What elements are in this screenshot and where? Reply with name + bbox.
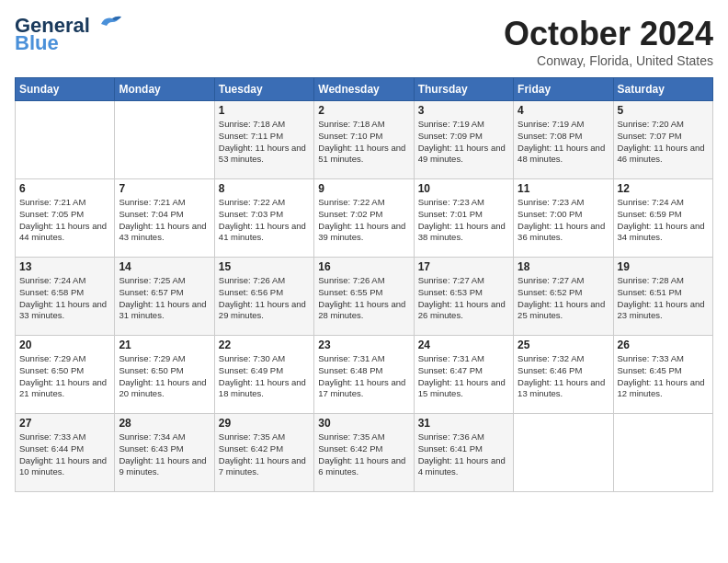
calendar-cell: 16Sunrise: 7:26 AM Sunset: 6:55 PM Dayli… (314, 258, 414, 336)
calendar-cell: 8Sunrise: 7:22 AM Sunset: 7:03 PM Daylig… (214, 179, 313, 258)
calendar-cell: 21Sunrise: 7:29 AM Sunset: 6:50 PM Dayli… (115, 336, 214, 414)
day-number: 7 (119, 182, 210, 195)
calendar-cell (115, 101, 214, 179)
calendar-cell: 14Sunrise: 7:25 AM Sunset: 6:57 PM Dayli… (115, 258, 214, 336)
day-number: 25 (518, 339, 609, 351)
month-title: October 2024 (504, 15, 713, 53)
calendar-cell: 10Sunrise: 7:23 AM Sunset: 7:01 PM Dayli… (414, 179, 513, 258)
day-content: Sunrise: 7:35 AM Sunset: 6:42 PM Dayligh… (318, 431, 409, 478)
day-number: 28 (119, 417, 210, 430)
calendar-cell: 30Sunrise: 7:35 AM Sunset: 6:42 PM Dayli… (314, 414, 414, 492)
column-header-tuesday: Tuesday (214, 78, 313, 101)
calendar-cell: 3Sunrise: 7:19 AM Sunset: 7:09 PM Daylig… (414, 101, 513, 179)
day-content: Sunrise: 7:22 AM Sunset: 7:03 PM Dayligh… (219, 197, 310, 244)
day-content: Sunrise: 7:32 AM Sunset: 6:46 PM Dayligh… (518, 353, 609, 400)
column-header-wednesday: Wednesday (314, 78, 414, 101)
location: Conway, Florida, United States (504, 53, 713, 68)
day-content: Sunrise: 7:24 AM Sunset: 6:59 PM Dayligh… (618, 197, 709, 244)
day-content: Sunrise: 7:31 AM Sunset: 6:48 PM Dayligh… (318, 353, 409, 400)
calendar-cell: 12Sunrise: 7:24 AM Sunset: 6:59 PM Dayli… (613, 179, 712, 258)
day-content: Sunrise: 7:29 AM Sunset: 6:50 PM Dayligh… (119, 353, 210, 400)
calendar-cell: 25Sunrise: 7:32 AM Sunset: 6:46 PM Dayli… (514, 336, 613, 414)
calendar-cell: 11Sunrise: 7:23 AM Sunset: 7:00 PM Dayli… (514, 179, 613, 258)
calendar-cell: 26Sunrise: 7:33 AM Sunset: 6:45 PM Dayli… (613, 336, 712, 414)
calendar-cell: 1Sunrise: 7:18 AM Sunset: 7:11 PM Daylig… (214, 101, 313, 179)
day-number: 10 (418, 182, 509, 195)
title-block: October 2024 Conway, Florida, United Sta… (504, 15, 713, 68)
day-number: 30 (318, 417, 409, 430)
calendar-cell: 22Sunrise: 7:30 AM Sunset: 6:49 PM Dayli… (214, 336, 313, 414)
day-content: Sunrise: 7:30 AM Sunset: 6:49 PM Dayligh… (219, 353, 310, 400)
day-number: 17 (418, 260, 509, 273)
logo: General Blue (15, 15, 123, 55)
calendar-week-row: 13Sunrise: 7:24 AM Sunset: 6:58 PM Dayli… (16, 258, 713, 336)
calendar-week-row: 27Sunrise: 7:33 AM Sunset: 6:44 PM Dayli… (16, 414, 713, 492)
calendar-cell: 20Sunrise: 7:29 AM Sunset: 6:50 PM Dayli… (16, 336, 115, 414)
calendar-cell: 13Sunrise: 7:24 AM Sunset: 6:58 PM Dayli… (16, 258, 115, 336)
day-content: Sunrise: 7:26 AM Sunset: 6:56 PM Dayligh… (219, 275, 310, 322)
calendar-cell: 27Sunrise: 7:33 AM Sunset: 6:44 PM Dayli… (16, 414, 115, 492)
column-header-friday: Friday (514, 78, 613, 101)
day-content: Sunrise: 7:35 AM Sunset: 6:42 PM Dayligh… (219, 431, 310, 478)
day-number: 14 (119, 260, 210, 273)
day-number: 11 (518, 182, 609, 195)
day-number: 31 (418, 417, 509, 430)
calendar-cell: 17Sunrise: 7:27 AM Sunset: 6:53 PM Dayli… (414, 258, 513, 336)
day-number: 23 (318, 339, 409, 351)
day-number: 27 (19, 417, 110, 430)
column-header-sunday: Sunday (16, 78, 115, 101)
calendar-week-row: 6Sunrise: 7:21 AM Sunset: 7:05 PM Daylig… (16, 179, 713, 258)
day-number: 2 (318, 104, 409, 117)
day-number: 8 (219, 182, 310, 195)
day-content: Sunrise: 7:18 AM Sunset: 7:11 PM Dayligh… (219, 119, 310, 166)
logo-bird-icon (94, 15, 123, 33)
calendar-body: 1Sunrise: 7:18 AM Sunset: 7:11 PM Daylig… (16, 101, 713, 492)
day-content: Sunrise: 7:33 AM Sunset: 6:45 PM Dayligh… (618, 353, 709, 400)
logo-line2: Blue (15, 31, 59, 55)
day-number: 6 (19, 182, 110, 195)
day-content: Sunrise: 7:18 AM Sunset: 7:10 PM Dayligh… (318, 119, 409, 166)
day-number: 20 (19, 339, 110, 351)
page-header: General Blue October 2024 Conway, Florid… (15, 15, 713, 68)
day-content: Sunrise: 7:34 AM Sunset: 6:43 PM Dayligh… (119, 431, 210, 478)
calendar-cell: 9Sunrise: 7:22 AM Sunset: 7:02 PM Daylig… (314, 179, 414, 258)
day-content: Sunrise: 7:23 AM Sunset: 7:00 PM Dayligh… (518, 197, 609, 244)
day-content: Sunrise: 7:22 AM Sunset: 7:02 PM Dayligh… (318, 197, 409, 244)
day-number: 24 (418, 339, 509, 351)
day-number: 3 (418, 104, 509, 117)
calendar-cell: 6Sunrise: 7:21 AM Sunset: 7:05 PM Daylig… (16, 179, 115, 258)
day-content: Sunrise: 7:21 AM Sunset: 7:05 PM Dayligh… (19, 197, 110, 244)
calendar-cell: 5Sunrise: 7:20 AM Sunset: 7:07 PM Daylig… (613, 101, 712, 179)
day-number: 19 (618, 260, 709, 273)
column-header-saturday: Saturday (613, 78, 712, 101)
calendar-cell (613, 414, 712, 492)
calendar-cell: 7Sunrise: 7:21 AM Sunset: 7:04 PM Daylig… (115, 179, 214, 258)
day-number: 26 (618, 339, 709, 351)
day-number: 15 (219, 260, 310, 273)
calendar-cell: 28Sunrise: 7:34 AM Sunset: 6:43 PM Dayli… (115, 414, 214, 492)
calendar-cell: 2Sunrise: 7:18 AM Sunset: 7:10 PM Daylig… (314, 101, 414, 179)
calendar-week-row: 1Sunrise: 7:18 AM Sunset: 7:11 PM Daylig… (16, 101, 713, 179)
calendar-cell: 24Sunrise: 7:31 AM Sunset: 6:47 PM Dayli… (414, 336, 513, 414)
day-content: Sunrise: 7:31 AM Sunset: 6:47 PM Dayligh… (418, 353, 509, 400)
day-content: Sunrise: 7:19 AM Sunset: 7:08 PM Dayligh… (518, 119, 609, 166)
calendar-cell: 23Sunrise: 7:31 AM Sunset: 6:48 PM Dayli… (314, 336, 414, 414)
day-number: 12 (618, 182, 709, 195)
day-number: 4 (518, 104, 609, 117)
day-content: Sunrise: 7:29 AM Sunset: 6:50 PM Dayligh… (19, 353, 110, 400)
day-content: Sunrise: 7:21 AM Sunset: 7:04 PM Dayligh… (119, 197, 210, 244)
day-content: Sunrise: 7:24 AM Sunset: 6:58 PM Dayligh… (19, 275, 110, 322)
day-content: Sunrise: 7:28 AM Sunset: 6:51 PM Dayligh… (618, 275, 709, 322)
calendar-cell: 15Sunrise: 7:26 AM Sunset: 6:56 PM Dayli… (214, 258, 313, 336)
day-number: 21 (119, 339, 210, 351)
day-number: 9 (318, 182, 409, 195)
calendar-cell: 19Sunrise: 7:28 AM Sunset: 6:51 PM Dayli… (613, 258, 712, 336)
calendar-header-row: SundayMondayTuesdayWednesdayThursdayFrid… (16, 78, 713, 101)
calendar-week-row: 20Sunrise: 7:29 AM Sunset: 6:50 PM Dayli… (16, 336, 713, 414)
day-content: Sunrise: 7:25 AM Sunset: 6:57 PM Dayligh… (119, 275, 210, 322)
day-number: 16 (318, 260, 409, 273)
day-number: 22 (219, 339, 310, 351)
calendar-table: SundayMondayTuesdayWednesdayThursdayFrid… (15, 77, 713, 492)
day-number: 13 (19, 260, 110, 273)
calendar-cell (16, 101, 115, 179)
